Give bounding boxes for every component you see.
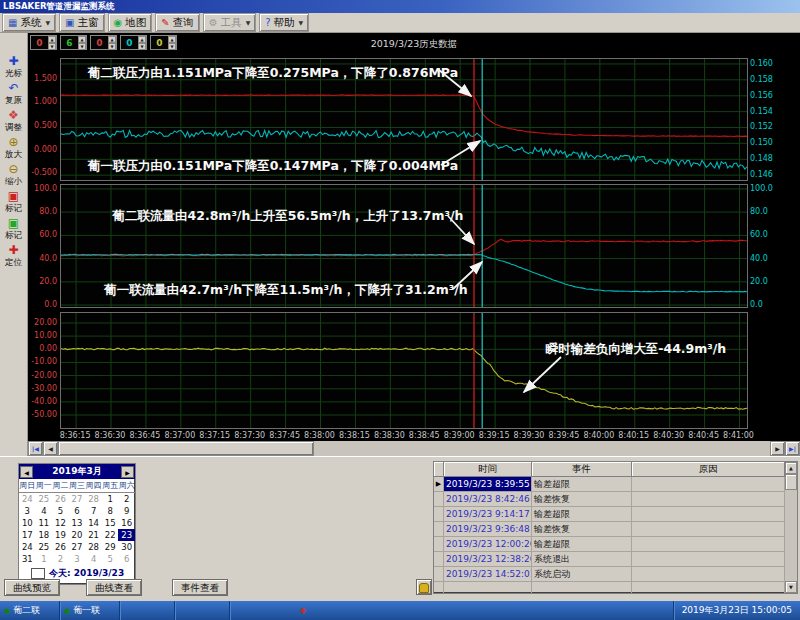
calendar-day[interactable]: 11 — [36, 517, 53, 529]
scroll-right-button[interactable]: ▶ — [770, 441, 785, 456]
left-axis-tick: 0.0 — [28, 300, 57, 309]
tool-locate-button[interactable]: ✚定位 — [1, 244, 27, 267]
calendar-day[interactable]: 1 — [102, 493, 119, 505]
event-view-button[interactable]: 事件查看 — [172, 579, 228, 596]
calendar-day[interactable]: 6 — [118, 553, 135, 565]
column-header-0[interactable]: 时间 — [444, 462, 532, 477]
chart-title: 2019/3/23历史数据 — [28, 38, 800, 51]
vscrollbar-thumb[interactable] — [785, 474, 797, 490]
table-row[interactable]: 2019/3/23 12:38:26系统退出 — [434, 552, 785, 567]
flow-chart[interactable]: 葡二联流量由42.8m³/h上升至56.5m³/h，上升了13.7m³/h葡一联… — [60, 184, 748, 308]
scroll-first-button[interactable]: |◀ — [28, 441, 43, 456]
calendar-day[interactable]: 16 — [118, 517, 135, 529]
column-header-2[interactable]: 原因 — [632, 462, 785, 477]
calendar-day[interactable]: 5 — [102, 553, 119, 565]
calendar-day[interactable]: 19 — [52, 529, 69, 541]
calendar-day[interactable]: 10 — [19, 517, 36, 529]
calendar-next-button[interactable]: ▶ — [121, 466, 134, 478]
right-axis-tick: 0.148 — [750, 154, 798, 163]
menu-item-query[interactable]: ✎查询 — [155, 13, 199, 32]
calendar-day[interactable]: 2 — [52, 553, 69, 565]
calendar-prev-button[interactable]: ◀ — [20, 466, 33, 478]
tool-restore-button[interactable]: ↶复原 — [1, 82, 27, 105]
calendar-day[interactable]: 6 — [69, 505, 86, 517]
calendar-day[interactable]: 31 — [19, 553, 36, 565]
row-marker — [434, 492, 444, 507]
menu-item-map[interactable]: ◉地图 — [108, 13, 153, 32]
calendar-day[interactable]: 30 — [118, 541, 135, 553]
data-source-button[interactable] — [416, 579, 432, 595]
diff-chart[interactable]: 瞬时输差负向增大至-44.9m³/h — [60, 312, 748, 429]
calendar-day[interactable]: 4 — [36, 505, 53, 517]
calendar-day[interactable]: 17 — [19, 529, 36, 541]
calendar-day[interactable]: 3 — [69, 553, 86, 565]
calendar-day[interactable]: 28 — [85, 493, 102, 505]
data-source-icon — [419, 583, 429, 593]
calendar-day[interactable]: 21 — [85, 529, 102, 541]
calendar-day[interactable]: 13 — [69, 517, 86, 529]
scroll-up-button[interactable]: ▲ — [785, 462, 797, 474]
calendar-day[interactable]: 12 — [52, 517, 69, 529]
tool-adjust-button[interactable]: ❖调整 — [1, 109, 27, 132]
calendar-day[interactable]: 7 — [85, 505, 102, 517]
calendar-day[interactable]: 5 — [52, 505, 69, 517]
table-row[interactable]: 2019/3/23 9:14:17输差超限 — [434, 507, 785, 522]
status-datetime: 2019年3月23日 15:00:05 — [674, 604, 800, 617]
scroll-last-button[interactable]: ▶| — [785, 441, 800, 456]
calendar-day[interactable]: 8 — [102, 505, 119, 517]
menu-item-help[interactable]: ?帮助▼ — [259, 13, 309, 32]
menu-item-system[interactable]: ▦系统▼ — [2, 13, 56, 32]
cell-reason — [632, 507, 785, 522]
calendar-day[interactable]: 15 — [102, 517, 119, 529]
calendar-day[interactable]: 24 — [19, 493, 36, 505]
column-header-1[interactable]: 事件 — [532, 462, 632, 477]
table-row[interactable]: 2019/3/23 8:42:46输差恢复 — [434, 492, 785, 507]
event-table-scrollbar[interactable]: ▲ ▼ — [785, 462, 797, 593]
cell-event: 输差超限 — [532, 537, 632, 552]
calendar-day[interactable]: 24 — [19, 541, 36, 553]
calendar-day[interactable]: 2 — [118, 493, 135, 505]
calendar-day[interactable]: 22 — [102, 529, 119, 541]
table-row[interactable]: ▶2019/3/23 8:39:55输差超限 — [434, 477, 785, 492]
tool-mark-red-button[interactable]: ▣标记 — [1, 190, 27, 213]
calendar-day[interactable]: 27 — [69, 541, 86, 553]
table-row[interactable]: 2019/3/23 14:52:01系统启动 — [434, 567, 785, 582]
chart-scrollbar[interactable]: |◀ ◀ ▶ ▶| — [28, 441, 800, 456]
cell-reason — [632, 537, 785, 552]
time-tick-label: 8:41:00 — [717, 431, 761, 440]
window-titlebar[interactable]: LBSAKER管道泄漏监测系统 — [0, 0, 800, 13]
calendar-day[interactable]: 4 — [85, 553, 102, 565]
calendar-day[interactable]: 26 — [52, 541, 69, 553]
menu-item-tools[interactable]: ⚙工具▼ — [203, 13, 257, 32]
calendar-day[interactable]: 26 — [52, 493, 69, 505]
calendar-day[interactable]: 18 — [36, 529, 53, 541]
right-axis-tick: 0.152 — [750, 122, 798, 131]
curve-preview-button[interactable]: 曲线预览 — [4, 579, 60, 596]
table-row[interactable]: 2019/3/23 12:00:26输差超限 — [434, 537, 785, 552]
scroll-left-button[interactable]: ◀ — [43, 441, 58, 456]
scroll-down-button[interactable]: ▼ — [785, 581, 797, 593]
calendar-day[interactable]: 20 — [69, 529, 86, 541]
tool-mark-green-button[interactable]: ▣标记 — [1, 217, 27, 240]
table-row[interactable]: 2019/3/23 9:36:48输差恢复 — [434, 522, 785, 537]
calendar-day-selected[interactable]: 23 — [118, 529, 135, 541]
calendar-day[interactable]: 27 — [69, 493, 86, 505]
scrollbar-track[interactable] — [314, 441, 770, 456]
calendar-day[interactable]: 25 — [36, 541, 53, 553]
tool-cursor-button[interactable]: ✚光标 — [1, 55, 27, 78]
calendar-day[interactable]: 14 — [85, 517, 102, 529]
scrollbar-thumb[interactable] — [58, 441, 314, 456]
calendar-day[interactable]: 3 — [19, 505, 36, 517]
calendar-day[interactable]: 28 — [85, 541, 102, 553]
cell-event: 系统启动 — [532, 567, 632, 582]
series-葡二联压力 — [61, 95, 747, 137]
menu-item-main-window[interactable]: ▣主窗 — [59, 13, 104, 32]
calendar-day[interactable]: 29 — [102, 541, 119, 553]
calendar-day[interactable]: 9 — [118, 505, 135, 517]
tool-zoom-in-button[interactable]: ⊕放大 — [1, 136, 27, 159]
tool-zoom-out-button[interactable]: ⊖缩小 — [1, 163, 27, 186]
calendar-day[interactable]: 1 — [36, 553, 53, 565]
calendar-day[interactable]: 25 — [36, 493, 53, 505]
curve-view-button[interactable]: 曲线查看 — [86, 579, 142, 596]
pressure-chart[interactable]: 葡二联压力由1.151MPa下降至0.275MPa，下降了0.876MPa葡一联… — [60, 58, 748, 181]
